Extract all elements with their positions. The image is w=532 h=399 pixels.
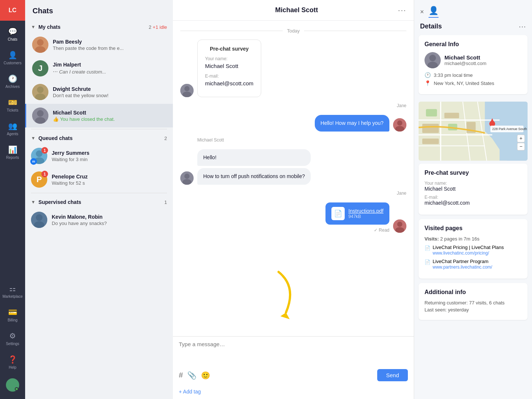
sidebar-item-chats[interactable]: 💬 Chats xyxy=(0,22,25,46)
chat-messages: Today Pre-chat survey Your name: Michael… xyxy=(173,21,414,336)
general-info-card: General Info Michael Scott michael@scott… xyxy=(419,35,528,94)
svg-rect-43 xyxy=(444,113,459,118)
details-person-tab[interactable]: 👤 xyxy=(429,6,439,18)
visited-page-link-1[interactable]: www.livechatinc.com/pricing/ xyxy=(433,250,489,256)
survey-name-value: Michael Scott xyxy=(205,63,253,69)
details-more-button[interactable]: ··· xyxy=(519,22,526,31)
sidebar-item-help[interactable]: ❓ Help xyxy=(0,350,25,374)
pdf-icon: 📄 xyxy=(331,207,345,220)
kevin-name: Kevin Malone, Robin xyxy=(52,214,167,220)
returning-customer: Returning customer: 77 visits, 6 chats xyxy=(424,300,522,306)
chat-input-wrap xyxy=(173,337,414,367)
svg-point-1 xyxy=(37,39,44,46)
queued-chats-title: Queued chats xyxy=(38,135,73,141)
page-icon-2: 📄 xyxy=(424,259,430,265)
visits-summary: Visits: 2 pages in 7m 16s xyxy=(424,236,522,242)
incoming-bubble-hello: Hello! xyxy=(197,149,311,166)
jane-sender-label-2: Jane xyxy=(180,191,406,196)
sidebar-item-reports[interactable]: 📊 Reports xyxy=(0,140,25,164)
chats-panel-header: Chats xyxy=(25,0,173,20)
sidebar-item-tickets[interactable]: 🎫 Tickets xyxy=(0,93,25,117)
dwight-name: Dwight Schrute xyxy=(53,86,167,92)
chat-item-michael-scott[interactable]: Michael Scott 👍 You have closed the chat… xyxy=(25,104,173,127)
visited-page-link-2[interactable]: www.partners.livechatinc.com/ xyxy=(433,265,492,270)
michael-preview: 👍 You have closed the chat. xyxy=(53,116,167,122)
survey-message-row: Pre-chat survey Your name: Michael Scott… xyxy=(180,40,406,97)
chat-item-jim-halpert[interactable]: J Jim Halpert ··· Can I create custom... xyxy=(25,57,173,80)
details-panel: × 👤 Details ··· General Info Michael Sco… xyxy=(414,0,532,399)
details-title-bar: Details ··· xyxy=(414,18,532,35)
chat-item-pam-beesly[interactable]: Pam Beesly Then paste the code from the … xyxy=(25,33,173,57)
prechat-survey-card: Pre-chat survey Your name: Michael Scott… xyxy=(419,164,528,215)
jerry-info: Jerry Summers Waiting for 3 min xyxy=(52,150,167,162)
svg-point-4 xyxy=(37,86,44,93)
my-chats-count: 2 +1 idle xyxy=(149,24,167,30)
visited-page-2: 📄 LiveChat Partner Program www.partners.… xyxy=(424,259,522,270)
divider-queued xyxy=(31,129,167,129)
settings-icon: ⚙ xyxy=(9,331,16,340)
supervised-chats-section-header: ▼ Supervised chats 1 xyxy=(25,195,173,208)
queued-item-jerry-summers[interactable]: m 1 Jerry Summers Waiting for 3 min xyxy=(25,144,173,168)
online-status-dot xyxy=(15,387,18,391)
svg-point-7 xyxy=(37,110,44,117)
queued-item-penelope-cruz[interactable]: P 1 Penelope Cruz Waiting for 52 s xyxy=(25,168,173,191)
sidebar-item-marketplace[interactable]: ⚏ Marketplace xyxy=(0,279,25,303)
user-avatar[interactable] xyxy=(6,378,19,392)
page-icon-1: 📄 xyxy=(424,245,430,251)
additional-info-title: Additional info xyxy=(424,289,522,296)
outgoing-file-row: 📄 Instructions.pdf 947kB ✓ Read xyxy=(180,202,406,233)
my-chats-collapse-icon[interactable]: ▼ xyxy=(31,24,35,30)
queued-chats-collapse-icon[interactable]: ▼ xyxy=(31,136,35,141)
general-info-time: 🕐 3:33 pm local time xyxy=(424,72,522,78)
add-tag-button[interactable]: + Add tag xyxy=(173,386,414,399)
sidebar-item-billing[interactable]: 💳 Billing xyxy=(0,303,25,327)
jim-name: Jim Halpert xyxy=(53,62,167,68)
sidebar-item-archives[interactable]: 🕐 Archives xyxy=(0,69,25,93)
prechat-survey-title: Pre-chat survey xyxy=(424,170,522,176)
hashtag-icon[interactable]: # xyxy=(179,371,183,379)
general-info-location: 📍 New York, NY, United States xyxy=(424,80,522,86)
billing-icon: 💳 xyxy=(8,308,17,317)
dwight-preview: Don't eat the yellow snow! xyxy=(53,93,167,98)
svg-point-29 xyxy=(429,55,436,61)
survey-email-value: michael@scott.com xyxy=(205,80,253,86)
general-info-avatar xyxy=(424,52,441,68)
jerry-avatar-wrap: m 1 xyxy=(31,148,47,164)
file-bubble[interactable]: 📄 Instructions.pdf 947kB xyxy=(325,202,389,225)
jerry-preview: Waiting for 3 min xyxy=(52,157,167,162)
visited-page-1: 📄 LiveChat Pricing | LiveChat Plans www.… xyxy=(424,245,522,256)
general-info-name: Michael Scott xyxy=(444,54,487,61)
send-button[interactable]: Send xyxy=(377,369,408,381)
chat-header-more-button[interactable]: ··· xyxy=(398,6,406,14)
tickets-icon: 🎫 xyxy=(8,98,17,107)
supervised-chats-collapse-icon[interactable]: ▼ xyxy=(31,200,35,205)
svg-rect-40 xyxy=(426,109,437,116)
last-seen: Last seen: yesterday xyxy=(424,307,522,313)
attachment-icon[interactable]: 📎 xyxy=(187,371,197,380)
survey-name-label: Your name: xyxy=(205,56,253,61)
jerry-badge: 1 xyxy=(41,147,48,154)
marketplace-icon: ⚏ xyxy=(9,284,16,293)
supervised-item-kevin-malone[interactable]: Kevin Malone, Robin Do you have any snac… xyxy=(25,208,173,232)
message-input[interactable] xyxy=(179,341,408,363)
penelope-avatar-wrap: P 1 xyxy=(31,171,47,188)
chat-item-dwight-schrute[interactable]: Dwight Schrute Don't eat the yellow snow… xyxy=(25,80,173,104)
jane-avatar-2 xyxy=(393,219,406,233)
jane-sender-label: Jane xyxy=(180,103,406,108)
sidebar-item-agents[interactable]: 👥 Agents xyxy=(0,117,25,140)
chats-title: Chats xyxy=(33,7,53,15)
survey-sender-avatar xyxy=(180,84,194,97)
jerry-name: Jerry Summers xyxy=(52,150,167,156)
chat-toolbar: # 📎 🙂 Send xyxy=(173,367,414,386)
emoji-icon[interactable]: 🙂 xyxy=(201,371,210,380)
sidebar-item-customers[interactable]: 👤 Customers xyxy=(0,46,25,69)
details-close-button[interactable]: × xyxy=(420,8,424,16)
messenger-icon: m xyxy=(30,158,37,165)
nav-sidebar: LC 💬 Chats 👤 Customers 🕐 Archives 🎫 Tick… xyxy=(0,0,25,399)
jim-info: Jim Halpert ··· Can I create custom... xyxy=(53,62,167,75)
svg-rect-45 xyxy=(422,139,439,144)
svg-point-22 xyxy=(184,174,190,179)
svg-text:228 Park Avenue South: 228 Park Avenue South xyxy=(492,127,527,131)
sidebar-item-settings[interactable]: ⚙ Settings xyxy=(0,327,25,350)
svg-rect-42 xyxy=(422,124,439,133)
